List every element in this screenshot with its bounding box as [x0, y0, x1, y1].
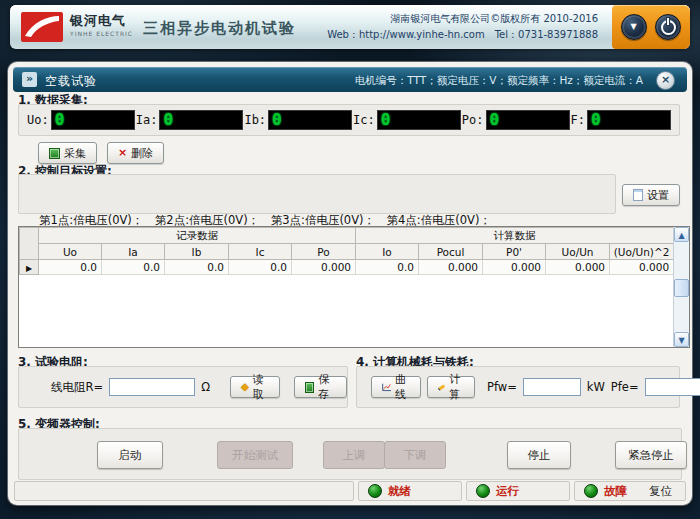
calc-button[interactable]: 计算 [427, 376, 475, 398]
cell: 0.0 [229, 260, 292, 275]
selector-header [20, 228, 39, 260]
cell: 0.0 [39, 260, 102, 275]
close-icon: × [661, 73, 670, 86]
power-button[interactable] [655, 14, 681, 40]
status-bar: 就绪 运行 故障 复位 [14, 481, 686, 501]
set-label: 设置 [647, 188, 669, 203]
led-value: 0 [268, 110, 352, 130]
tab-bar: » 空载试验 电机编号：TTT；额定电压：V；额定频率：Hz；额定电流：A × [13, 67, 687, 92]
col-header[interactable]: Ic [229, 244, 292, 260]
led-label: Po: [462, 113, 484, 127]
col-header[interactable]: Ia [102, 244, 165, 260]
cell: 0.0 [165, 260, 229, 275]
led-label: Ia: [136, 113, 158, 127]
col-header[interactable]: P0' [483, 244, 546, 260]
status-message-panel [14, 481, 354, 501]
scroll-up-icon[interactable]: ▲ [674, 227, 689, 242]
resistance-input[interactable] [109, 378, 195, 396]
led-display-uo: Uo: 0 [27, 110, 135, 130]
group-header-row: 记录数据 计算数据 [20, 228, 674, 244]
title-bar: 银河电气 YINHE ELECTRIC 三相异步电动机试验 湖南银河电气有限公司… [10, 5, 690, 49]
calc-pencil-icon [438, 384, 446, 391]
pfw-unit: kW [587, 380, 605, 394]
group-header-record: 记录数据 [39, 228, 356, 244]
col-header[interactable]: Io [356, 244, 419, 260]
led-value: 0 [51, 110, 135, 130]
fault-label: 故障 [604, 484, 627, 499]
start-button[interactable]: 启动 [97, 441, 163, 469]
set-targets-button[interactable]: 设置 [622, 184, 680, 206]
led-display-ib: Ib: 0 [244, 110, 352, 130]
led-display-f: F: 0 [571, 110, 671, 130]
delete-x-icon: × [118, 148, 127, 158]
delete-button[interactable]: × 删除 [107, 142, 164, 164]
led-label: F: [571, 113, 585, 127]
col-header[interactable]: Po [292, 244, 356, 260]
save-icon [305, 382, 314, 393]
emergency-stop-button[interactable]: 紧急停止 [615, 441, 687, 469]
calc-label: 计算 [449, 372, 464, 402]
stop-button[interactable]: 停止 [507, 441, 571, 469]
scrollbar-thumb[interactable] [674, 279, 689, 297]
settings-page-icon [633, 189, 643, 201]
power-icon [661, 20, 676, 35]
cell: 0.000 [419, 260, 483, 275]
tab-no-load-test[interactable]: 空载试验 [45, 73, 97, 90]
col-header[interactable]: Ib [165, 244, 229, 260]
col-header[interactable]: Pocul [419, 244, 483, 260]
cell: 0.000 [292, 260, 356, 275]
step-down-label: 下调 [404, 448, 427, 463]
table-row[interactable]: ▶ 0.0 0.0 0.0 0.0 0.000 0.0 0.000 0.000 … [20, 260, 674, 275]
col-header[interactable]: Uo/Un [546, 244, 610, 260]
ready-label: 就绪 [388, 484, 411, 499]
minimize-button[interactable]: ▼ [621, 14, 647, 40]
read-diamond-icon: ◆ [241, 382, 249, 392]
led-display-panel: Uo: 0 Ia: 0 Ib: 0 Ic: 0 Po: 0 F: 0 [18, 104, 680, 136]
loss-calc-panel: 曲线 计算 Pfw= kW Pfe= kW [356, 366, 680, 408]
pfe-label: Pfe= [611, 380, 639, 394]
copyright-block: 湖南银河电气有限公司©版权所有 2010-2016 Web：http://www… [327, 11, 598, 43]
col-header[interactable]: (Uo/Un)^2 [610, 244, 674, 260]
pfw-input[interactable] [523, 378, 581, 396]
main-window: » 空载试验 电机编号：TTT；额定电压：V；额定频率：Hz；额定电流：A × … [8, 62, 692, 505]
minimize-arrow-icon: ▼ [631, 23, 637, 31]
running-led-icon [476, 484, 490, 498]
ready-led-icon [368, 484, 382, 498]
status-running: 运行 [466, 481, 570, 501]
group-header-calc: 计算数据 [356, 228, 674, 244]
close-tab-button[interactable]: × [656, 71, 675, 90]
ohm-unit-label: Ω [201, 380, 210, 394]
read-button[interactable]: ◆ 读取 [230, 376, 280, 398]
led-label: Ic: [353, 113, 375, 127]
cell: 0.0 [356, 260, 419, 275]
pfe-input[interactable] [645, 378, 700, 396]
collect-label: 采集 [64, 146, 86, 161]
col-header[interactable]: Uo [39, 244, 102, 260]
led-label: Ib: [244, 113, 266, 127]
step-down-button: 下调 [384, 441, 446, 469]
motor-info-text: 电机编号：TTT；额定电压：V；额定频率：Hz；额定电流：A [355, 74, 643, 88]
copyright-line: 湖南银河电气有限公司©版权所有 2010-2016 [327, 11, 598, 27]
led-display-ia: Ia: 0 [136, 110, 244, 130]
led-value: 0 [377, 110, 461, 130]
scroll-down-icon[interactable]: ▼ [674, 332, 689, 347]
stop-label: 停止 [528, 448, 551, 463]
save-label: 保存 [318, 372, 336, 402]
led-value: 0 [587, 110, 671, 130]
app-title: 三相异步电动机试验 [143, 19, 296, 38]
resistance-field-label: 线电阻R= [51, 380, 103, 395]
inverter-control-panel: 启动 开始测试 上调 下调 停止 紧急停止 [18, 428, 682, 480]
led-display-po: Po: 0 [462, 110, 570, 130]
collect-button[interactable]: 采集 [38, 142, 97, 164]
table-scrollbar[interactable]: ▲ ▼ [673, 227, 689, 347]
save-button[interactable]: 保存 [294, 376, 347, 398]
window-controls-panel: ▼ [612, 5, 690, 49]
fault-led-icon [584, 484, 598, 498]
curve-button[interactable]: 曲线 [371, 376, 421, 398]
control-targets-panel: 第1点:倍电压(0V)； 第2点:倍电压(0V)； 第3点:倍电压(0V)； 第… [18, 174, 616, 214]
row-selector-icon: ▶ [26, 264, 32, 273]
step-up-label: 上调 [343, 448, 366, 463]
status-fault: 故障 复位 [574, 481, 686, 501]
reset-button[interactable]: 复位 [649, 484, 672, 499]
acquire-button-row: 采集 × 删除 [38, 142, 164, 164]
